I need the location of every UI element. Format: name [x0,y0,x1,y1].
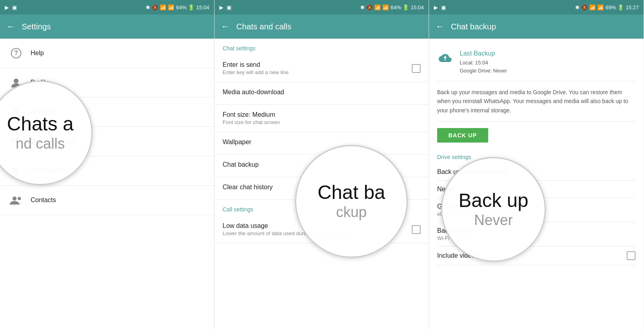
battery-icon-2: 🔋 [402,4,409,10]
wallpaper-row[interactable]: Wallpaper [215,132,429,155]
enter-is-send-title: Enter is send [223,61,412,68]
magnify-text-2b: ckup [336,203,367,221]
status-bar-left-3: ▶ ▣ [434,4,446,10]
settings-item-help[interactable]: ? Help [0,39,214,68]
magnify-circle-3: Back up Never [441,157,546,262]
wallpaper-title: Wallpaper [223,139,421,146]
chats-title: Chats and calls [236,22,291,31]
back-button-3[interactable]: ← [436,21,444,32]
play-icon-3: ▶ [434,4,438,10]
last-backup-local: Local: 15:04 [460,59,507,67]
wifi-icon: 📶 [160,4,166,10]
status-bar-left-2: ▶ ▣ [219,4,231,10]
app-bar-backup: ← Chat backup [429,14,644,39]
battery-icon-1: 🔋 [188,4,194,10]
last-backup-drive: Google Drive: Never [460,67,507,75]
font-size-row[interactable]: Font size: Medium Font size for chat scr… [215,105,429,132]
low-data-checkbox[interactable] [412,225,421,234]
time-3: 15:27 [625,4,639,10]
mute-icon-2: 🔕 [366,4,373,10]
magnify-text-3b: Never [474,211,513,229]
magnify-text-3a: Back up [458,190,528,211]
help-icon: ? [8,45,24,61]
chat-settings-header: Chat settings [215,39,429,55]
battery-icon-3: 🔋 [617,4,624,10]
screen-icon-2: ▣ [227,4,231,10]
magnify-circle-2: Chat ba ckup [295,145,408,258]
help-label: Help [31,50,206,57]
backup-button[interactable]: BACK UP [437,128,488,143]
battery-percent-2: 64% [390,4,401,10]
backup-description: Back up your messages and media to Googl… [437,81,636,122]
panel-settings: ▶ ▣ ✱ 🔕 📶 📶 64% 🔋 15:04 ← Settings ? Hel… [0,0,215,329]
mute-icon-3: 🔕 [581,4,588,10]
status-bar-right-1: ✱ 🔕 📶 📶 64% 🔋 15:04 [146,4,209,10]
enter-is-send-subtitle: Enter key will add a new line [223,69,412,75]
magnify-text-1a: Chats a [7,114,73,135]
status-bar-1: ▶ ▣ ✱ 🔕 📶 📶 64% 🔋 15:04 [0,0,214,14]
enter-is-send-row[interactable]: Enter is send Enter key will add a new l… [215,55,429,82]
battery-percent-1: 64% [176,4,186,10]
svg-point-4 [18,197,21,200]
screen-icon-3: ▣ [441,4,446,10]
status-bar-3: ▶ ▣ ✱ 🔕 📶 📶 69% 🔋 15:27 [429,0,644,14]
magnify-text-1b: nd calls [16,135,65,152]
status-bar-right-2: ✱ 🔕 📶 📶 64% 🔋 15:04 [360,4,424,10]
font-size-subtitle: Font size for chat screen [223,119,421,125]
back-button-2[interactable]: ← [221,21,230,32]
enter-is-send-text: Enter is send Enter key will add a new l… [223,61,412,75]
media-autodownload-row[interactable]: Media auto-download [215,82,429,105]
contacts-icon [8,192,24,208]
last-backup-label: Last Backup [460,50,507,57]
signal-icon-2: 📶 [382,4,389,10]
play-icon-2: ▶ [219,4,223,10]
bluetooth-icon-3: ✱ [575,4,580,10]
magnify-text-2a: Chat ba [318,182,385,203]
mute-icon: 🔕 [152,4,158,10]
contacts-label: Contacts [31,197,206,204]
time-2: 15:04 [411,4,424,10]
time-1: 15:04 [196,4,209,10]
svg-point-0 [14,79,19,83]
status-bar-left-1: ▶ ▣ [5,4,17,10]
screen-icon: ▣ [12,4,17,10]
battery-percent-3: 69% [605,4,616,10]
app-bar-settings: ← Settings [0,14,214,39]
last-backup-row: Last Backup Local: 15:04 Google Drive: N… [437,45,636,81]
wifi-icon-2: 📶 [374,4,381,10]
app-bar-chats: ← Chats and calls [215,14,429,39]
back-button-1[interactable]: ← [6,21,15,32]
status-bar-right-3: ✱ 🔕 📶 📶 69% 🔋 15:27 [575,4,639,10]
panel-chats: ▶ ▣ ✱ 🔕 📶 📶 64% 🔋 15:04 ← Chats and call… [215,0,429,329]
panel-backup: ▶ ▣ ✱ 🔕 📶 📶 69% 🔋 15:27 ← Chat backup [429,0,644,329]
bluetooth-icon: ✱ [146,4,150,10]
contacts-text: Contacts [31,197,206,204]
signal-icon-3: 📶 [597,4,604,10]
cloud-upload-icon [437,50,453,66]
font-size-title: Font size: Medium [223,111,421,118]
backup-title: Chat backup [451,22,496,31]
settings-item-contacts[interactable]: Contacts [0,186,214,215]
signal-icon: 📶 [168,4,174,10]
svg-point-3 [12,197,17,201]
settings-title: Settings [22,22,51,31]
bluetooth-icon-2: ✱ [360,4,365,10]
media-autodownload-title: Media auto-download [223,89,421,96]
wifi-icon-3: 📶 [589,4,596,10]
status-bar-2: ▶ ▣ ✱ 🔕 📶 📶 64% 🔋 15:04 [215,0,429,14]
include-videos-checkbox[interactable] [627,251,636,260]
help-text: Help [31,50,206,57]
play-icon: ▶ [5,4,9,10]
enter-is-send-checkbox[interactable] [412,64,421,73]
drive-settings-header: Drive settings [437,149,636,163]
last-backup-text: Last Backup Local: 15:04 Google Drive: N… [460,50,507,74]
